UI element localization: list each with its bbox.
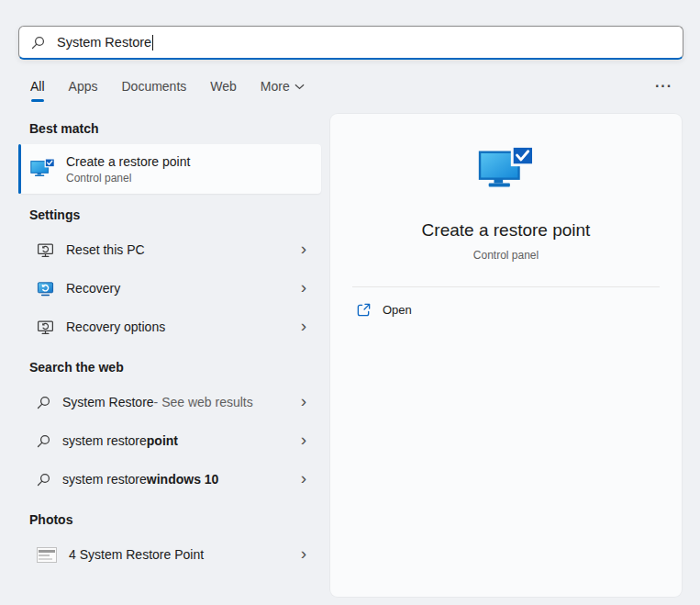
tab-apps-label: Apps (69, 79, 98, 94)
chevron-right-icon: › (301, 431, 306, 451)
chevron-right-icon: › (301, 240, 306, 260)
photo-thumbnail-icon (37, 547, 57, 563)
photos-item[interactable]: 4 System Restore Point › (18, 535, 321, 574)
web-suggestion-see-results[interactable]: System Restore - See web results › (18, 383, 321, 421)
tab-web[interactable]: Web (210, 79, 237, 102)
settings-item-recovery-options[interactable]: Recovery options › (18, 308, 321, 346)
settings-item-label: Reset this PC (66, 242, 145, 257)
search-flyout: System Restore All Apps Documents Web Mo… (0, 0, 700, 605)
search-bar[interactable]: System Restore (18, 26, 683, 60)
tab-all[interactable]: All (30, 79, 45, 102)
tab-more[interactable]: More (261, 79, 305, 102)
photos-item-label: 4 System Restore Point (69, 547, 204, 562)
preview-subtitle: Control panel (473, 249, 539, 262)
open-icon (356, 302, 372, 318)
settings-item-label: Recovery (66, 281, 120, 296)
tab-apps[interactable]: Apps (69, 79, 98, 102)
chevron-right-icon: › (301, 469, 306, 489)
open-button[interactable]: Open (330, 287, 682, 332)
chevron-right-icon: › (301, 544, 306, 565)
tab-more-label: More (261, 79, 290, 94)
restore-point-icon (30, 158, 55, 181)
tab-all-label: All (30, 79, 45, 94)
chevron-right-icon: › (301, 278, 306, 298)
recovery-icon (37, 280, 54, 297)
section-header-search-the-web: Search the web (18, 346, 321, 383)
web-suggestion-bold: windows 10 (147, 472, 219, 487)
chevron-right-icon: › (301, 317, 306, 337)
best-match-title: Create a restore point (66, 154, 190, 169)
selection-accent-bar (18, 144, 21, 194)
reset-pc-icon (37, 241, 54, 259)
settings-item-reset-this-pc[interactable]: Reset this PC › (18, 230, 321, 269)
more-options-button[interactable]: ··· (655, 78, 672, 102)
search-icon (37, 434, 50, 448)
search-icon (37, 473, 50, 487)
web-suggestion-point[interactable]: system restore point › (18, 421, 321, 460)
search-icon (31, 36, 45, 50)
search-input[interactable]: System Restore (57, 35, 151, 50)
settings-item-recovery[interactable]: Recovery › (18, 269, 321, 308)
open-label: Open (383, 303, 412, 317)
settings-item-label: Recovery options (66, 319, 165, 334)
chevron-down-icon (294, 84, 305, 90)
web-suggestion-text: system restore (62, 433, 147, 448)
web-suggestion-bold: point (147, 433, 178, 448)
results-list: Best match (18, 114, 321, 574)
section-header-photos: Photos (18, 499, 321, 535)
filter-tabs: All Apps Documents Web More ··· (30, 78, 672, 102)
section-header-best-match: Best match (18, 114, 321, 144)
best-match-item[interactable]: Create a restore point Control panel (18, 144, 321, 194)
section-header-settings: Settings (18, 194, 321, 230)
preview-app-icon (478, 145, 535, 196)
preview-title: Create a restore point (422, 220, 591, 241)
tab-documents[interactable]: Documents (121, 79, 186, 102)
tab-documents-label: Documents (121, 79, 186, 94)
web-suggestion-text: System Restore (62, 395, 154, 409)
web-suggestion-suffix: - See web results (154, 395, 253, 409)
best-match-subtitle: Control panel (66, 172, 190, 185)
search-icon (37, 396, 50, 409)
web-suggestion-windows-10[interactable]: system restore windows 10 › (18, 460, 321, 499)
tab-web-label: Web (210, 79, 237, 94)
text-caret (152, 35, 153, 50)
recovery-options-icon (37, 319, 54, 336)
web-suggestion-text: system restore (62, 472, 147, 487)
results-area: Best match (0, 114, 700, 597)
preview-panel: Create a restore point Control panel Ope… (330, 114, 682, 597)
best-match-text: Create a restore point Control panel (66, 154, 190, 185)
chevron-right-icon: › (301, 392, 306, 412)
